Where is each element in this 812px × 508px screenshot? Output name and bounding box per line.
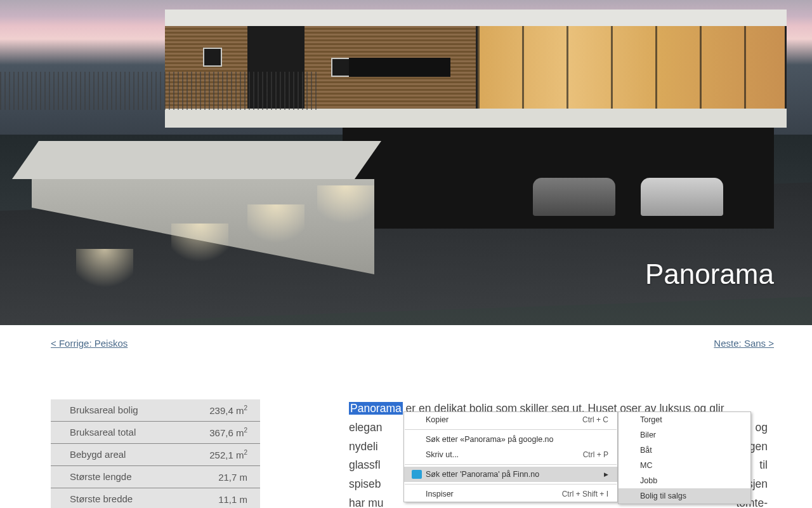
submenu-item-bat[interactable]: Båt — [619, 443, 750, 458]
specs-table: Bruksareal bolig239,4 m2 Bruksareal tota… — [51, 399, 260, 508]
submenu-item-bolig-til-salgs[interactable]: Bolig til salgs — [619, 488, 750, 504]
prev-link[interactable]: < Forrige: Peiskos — [51, 338, 128, 349]
ctx-item-inspect[interactable]: Inspiser Ctrl + Shift + I — [404, 486, 617, 502]
submenu-item-torget[interactable]: Torget — [619, 412, 750, 427]
next-link[interactable]: Neste: Sans > — [714, 338, 774, 349]
context-menu: Kopier Ctrl + C Søk etter «Panorama» på … — [403, 411, 618, 502]
ctx-item-print[interactable]: Skriv ut... Ctrl + P — [404, 447, 617, 462]
spec-row: Bruksareal total367,6 m2 — [51, 422, 260, 444]
ctx-item-finn-search[interactable]: Søk etter 'Panorama' på Finn.no ▶ — [404, 467, 617, 482]
hero-image: Panorama — [0, 0, 812, 325]
ctx-item-google-search[interactable]: Søk etter «Panorama» på google.no — [404, 432, 617, 447]
submenu-arrow-icon: ▶ — [604, 471, 608, 478]
finn-icon — [410, 469, 423, 479]
hero-title: Panorama — [645, 258, 774, 290]
submenu-item-biler[interactable]: Biler — [619, 427, 750, 443]
spec-row: Største lengde21,7 m — [51, 466, 260, 488]
carport — [343, 127, 774, 229]
ctx-separator — [405, 464, 617, 465]
house-render — [165, 10, 799, 137]
selected-text: Panorama — [349, 402, 403, 415]
spec-row: Bebygd areal252,1 m2 — [51, 444, 260, 466]
retaining-wall — [0, 141, 393, 287]
spec-row: Største bredde11,1 m — [51, 488, 260, 508]
ctx-item-copy[interactable]: Kopier Ctrl + C — [404, 412, 617, 427]
ctx-separator — [405, 484, 617, 485]
context-submenu: Torget Biler Båt MC Jobb Bolig til salgs — [618, 411, 751, 504]
spec-row: Bruksareal bolig239,4 m2 — [51, 399, 260, 422]
ctx-separator — [405, 429, 617, 430]
submenu-item-mc[interactable]: MC — [619, 458, 750, 473]
submenu-item-jobb[interactable]: Jobb — [619, 473, 750, 488]
